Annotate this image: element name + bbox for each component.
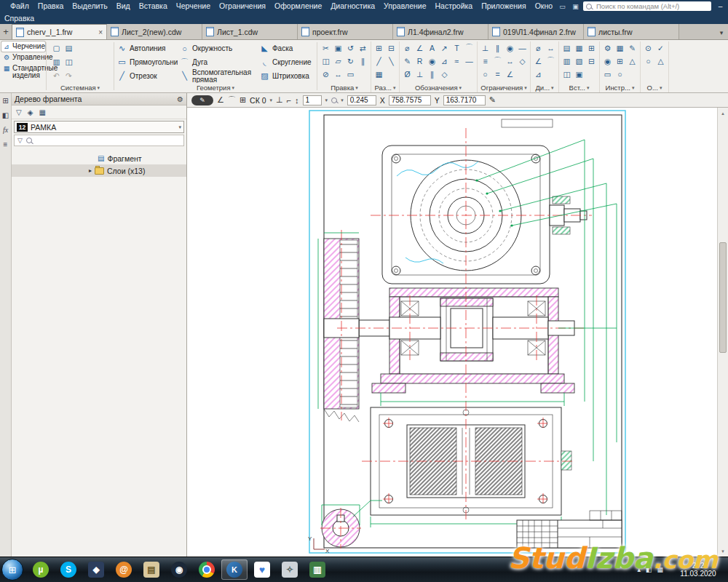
tool-icon[interactable]: ↔	[504, 55, 516, 68]
tool-icon[interactable]: ◉	[504, 41, 516, 55]
taskbar-clipboard-icon[interactable]: ▤	[138, 559, 165, 580]
tool-icon[interactable]: ⌒	[545, 55, 557, 68]
current-layer-select[interactable]: 12 РАМКА ▾	[14, 121, 184, 133]
side-tab-standard-parts[interactable]: ▦ Стандартные изделия	[1, 63, 45, 81]
tool-icon[interactable]: ⊞	[614, 55, 626, 68]
tool-icon[interactable]: ↔	[545, 41, 557, 55]
tool-icon[interactable]: ∥	[491, 41, 504, 55]
scroll-down-button[interactable]: ▼	[718, 546, 728, 557]
close-tab-icon[interactable]: ×	[98, 28, 103, 36]
zoom-icon[interactable]	[331, 97, 337, 103]
tool-icon[interactable]: ⊥	[414, 68, 426, 81]
tool-button[interactable]: ∿ Автолиния	[115, 41, 178, 55]
tool-icon[interactable]: ✂	[320, 41, 332, 55]
tool-icon[interactable]: ▭	[344, 68, 357, 81]
tool-button[interactable]: ▨ Штриховка	[258, 69, 312, 83]
group-label[interactable]: Инстр...▾	[601, 83, 638, 92]
tool-icon[interactable]: ▤	[63, 41, 75, 55]
taskbar-skype-icon[interactable]: S	[55, 559, 82, 580]
tree-item-layers[interactable]: ▸ Слои (x13)	[12, 164, 186, 177]
y-coordinate-field[interactable]: 163.7170	[443, 95, 486, 105]
document-tab[interactable]: Лист_1.cdw ×	[202, 24, 298, 39]
menu-item[interactable]: Оформление	[270, 0, 326, 12]
tool-button[interactable]: ╲ Вспомогательная прямая	[178, 69, 258, 83]
tool-icon[interactable]: ⊘	[320, 68, 332, 81]
tree-filter-input[interactable]: ▽	[14, 135, 184, 146]
tool-button[interactable]: ◟ Скругление	[258, 55, 312, 69]
search-input[interactable]	[595, 1, 708, 11]
tool-button[interactable]: ◣ Фаска	[258, 41, 312, 55]
tool-icon[interactable]: A	[426, 41, 438, 55]
tool-icon[interactable]: ⊿	[438, 55, 451, 68]
interface-layout-icon[interactable]: ▣	[570, 3, 581, 10]
menu-panel-icon[interactable]: ≡	[1, 139, 11, 149]
minimize-button[interactable]: –	[713, 2, 727, 10]
perpendicular-icon[interactable]: ⊥	[276, 95, 283, 105]
tool-icon[interactable]: ◉	[601, 55, 614, 68]
scrollbar-thumb[interactable]	[719, 242, 727, 353]
tool-icon[interactable]: ⊙	[642, 41, 654, 55]
menu-item[interactable]: Диагностика	[326, 0, 379, 12]
tool-icon[interactable]: ⌒	[491, 55, 504, 68]
tool-icon[interactable]: ▣	[573, 68, 585, 81]
tool-icon[interactable]: ≈	[451, 55, 463, 68]
tool-icon[interactable]: ○	[642, 55, 654, 68]
tool-icon[interactable]: ↶	[50, 69, 63, 82]
scrollbar-track[interactable]	[718, 119, 728, 546]
taskbar-utorrent-icon[interactable]: µ	[28, 559, 54, 580]
side-tab-drawing[interactable]: ⊿ Черчение	[1, 41, 45, 52]
tool-icon[interactable]: ⚙	[601, 41, 614, 55]
group-label[interactable]: Правка▾	[320, 83, 369, 92]
group-label[interactable]: Раз...▾	[373, 83, 397, 92]
tool-icon[interactable]: —	[463, 55, 475, 68]
menu-item[interactable]: Справка	[0, 12, 39, 25]
tool-icon[interactable]: ∥	[426, 68, 438, 81]
tool-icon[interactable]: ○	[479, 68, 491, 81]
taskbar-kompas-icon[interactable]: K	[221, 559, 248, 580]
document-tab[interactable]: листы.frw ×	[584, 24, 679, 39]
tool-icon[interactable]: ↷	[63, 69, 75, 82]
drawing-svg[interactable]: Y X	[187, 108, 717, 557]
menu-item[interactable]: Вставка	[135, 0, 172, 12]
drawing-canvas[interactable]: Y X	[187, 108, 717, 557]
coordinate-system-select[interactable]: СК 0	[250, 96, 266, 105]
pen-icon[interactable]: ✎	[489, 95, 496, 105]
tool-icon[interactable]: Ø	[401, 68, 414, 81]
tool-icon[interactable]: ↻	[344, 55, 357, 68]
snap-angle-icon[interactable]: ∠	[217, 95, 224, 105]
tool-icon[interactable]: ⇄	[357, 41, 369, 55]
filter-icon[interactable]: ▽	[16, 108, 22, 116]
tool-icon[interactable]: ▣	[332, 41, 344, 55]
tool-icon[interactable]: ◫	[561, 68, 573, 81]
side-tab-management[interactable]: ⚙ Управление	[1, 52, 45, 63]
tool-icon[interactable]: ⊟	[385, 41, 397, 55]
tool-button[interactable]: ○ Окружность	[178, 41, 258, 55]
menu-item[interactable]: Настройка	[430, 0, 477, 12]
tool-icon[interactable]: ▢	[50, 41, 63, 55]
tab-list-button[interactable]: ▾	[715, 29, 728, 39]
tool-icon[interactable]: ∠	[414, 41, 426, 55]
tool-icon[interactable]: ◇	[516, 55, 529, 68]
menu-item[interactable]: Файл	[6, 0, 33, 12]
taskbar-books-icon[interactable]: ▥	[304, 559, 331, 580]
tool-icon[interactable]: —	[516, 41, 529, 55]
tool-icon[interactable]: ▦	[614, 41, 626, 55]
tool-icon[interactable]: ◉	[426, 55, 438, 68]
variables-panel-icon[interactable]: fx	[1, 124, 11, 135]
menu-item[interactable]: Черчение	[172, 0, 215, 12]
document-tab[interactable]: Л1.4финал2.frw ×	[393, 24, 488, 39]
command-search[interactable]	[583, 1, 711, 11]
document-tab[interactable]: 019\Л1.4финал 2.frw ×	[488, 24, 584, 39]
tool-icon[interactable]: ✓	[654, 41, 667, 55]
tool-icon[interactable]: ⊥	[479, 41, 491, 55]
tool-icon[interactable]: ◫	[63, 55, 75, 68]
grid-toggle-icon[interactable]: ⊞	[240, 95, 246, 105]
tool-icon[interactable]: ▧	[573, 55, 585, 68]
tool-icon[interactable]: ▥	[50, 55, 63, 68]
tool-icon[interactable]: ✎	[401, 55, 414, 68]
new-document-button[interactable]: +	[0, 24, 12, 39]
start-button[interactable]: ⊞	[1, 559, 23, 581]
x-coordinate-field[interactable]: 758.7575	[389, 95, 431, 105]
scale-field[interactable]: 1	[303, 95, 322, 105]
tool-icon[interactable]: ▦	[573, 41, 585, 55]
